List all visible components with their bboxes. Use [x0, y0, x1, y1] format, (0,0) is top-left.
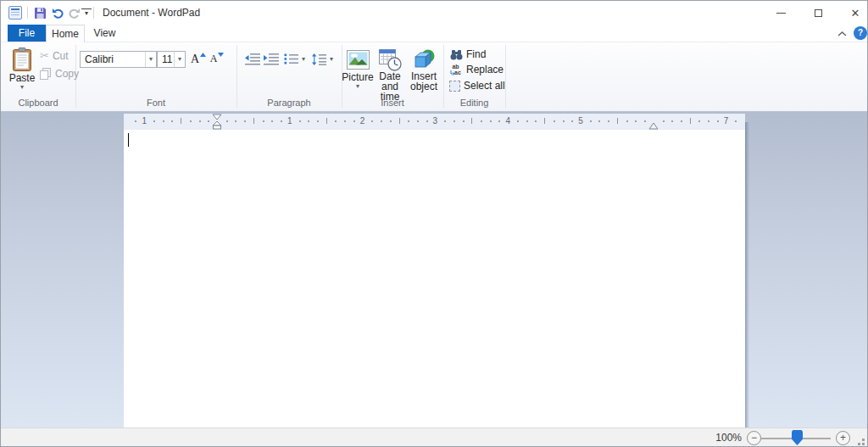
ribbon: Paste ▾ ✂ Cut Copy Clipboard Calibri ▾ 1…: [1, 42, 867, 112]
ruler-tick: [544, 118, 545, 124]
insert-object-button[interactable]: Insert object: [408, 47, 440, 92]
right-indent-marker[interactable]: [648, 122, 659, 130]
undo-icon: [52, 8, 64, 19]
ruler-number: 7: [724, 116, 729, 126]
document-area: 1123457: [1, 112, 867, 427]
minimize-icon: [776, 13, 786, 14]
ruler-tick: [498, 120, 500, 122]
clipboard-group-label: Clipboard: [1, 98, 75, 109]
chevron-up-icon: [837, 31, 847, 36]
ruler-tick: [408, 120, 409, 122]
ruler-tick: [481, 120, 482, 122]
ruler-tick: [735, 120, 737, 122]
editing-group-label: Editing: [443, 98, 505, 109]
help-button[interactable]: ?: [854, 26, 867, 40]
ruler-tick: [471, 118, 472, 124]
bullets-dropdown[interactable]: ▾: [299, 50, 308, 68]
ruler-tick: [235, 120, 236, 122]
ruler-tick: [326, 118, 327, 124]
ruler-number: 4: [505, 116, 510, 126]
cut-button[interactable]: ✂ Cut: [40, 49, 69, 62]
close-icon: ✕: [851, 8, 860, 19]
picture-icon: [347, 47, 370, 71]
clipboard-paste-icon: [12, 47, 32, 72]
ruler-tick: [635, 120, 637, 122]
insert-object-icon: [413, 47, 435, 71]
tab-view[interactable]: View: [85, 25, 125, 42]
grow-font-button[interactable]: A: [190, 50, 207, 68]
date-time-button[interactable]: Date and time: [372, 47, 408, 102]
paragraph-group-label: Paragraph: [236, 98, 342, 109]
customize-qat-dropdown[interactable]: ▾: [81, 8, 92, 19]
picture-dropdown-caret: ▾: [356, 83, 359, 90]
redo-icon: [68, 8, 81, 19]
copy-label: Copy: [55, 68, 79, 80]
close-button[interactable]: ✕: [838, 1, 868, 25]
maximize-icon: [815, 9, 822, 17]
ruler-tick: [526, 120, 528, 122]
resize-grip[interactable]: [862, 443, 865, 445]
minimize-button[interactable]: [764, 1, 798, 25]
resize-grip[interactable]: [858, 443, 860, 445]
resize-grip[interactable]: [862, 439, 865, 441]
copy-button[interactable]: Copy: [40, 68, 79, 80]
ruler-tick: [171, 120, 173, 122]
tab-file[interactable]: File: [8, 25, 46, 42]
left-indent-marker[interactable]: [212, 114, 222, 130]
bullet-list-icon: [284, 53, 298, 64]
ruler-tick: [554, 120, 555, 122]
replace-button[interactable]: ab ac Replace: [448, 64, 504, 75]
paste-button[interactable]: Paste ▾: [6, 47, 38, 91]
ruler-tick: [153, 120, 155, 122]
shrink-font-button[interactable]: A: [209, 50, 225, 68]
copy-icon: [40, 68, 52, 80]
undo-button[interactable]: [49, 4, 66, 21]
ruler-tick: [590, 120, 592, 122]
font-size-caret: ▾: [174, 52, 185, 67]
font-group-label: Font: [75, 98, 236, 109]
ruler-tick: [490, 120, 492, 122]
ruler-tick: [335, 120, 337, 122]
bullets-button[interactable]: [283, 50, 299, 68]
collapse-ribbon-button[interactable]: [833, 27, 850, 40]
line-spacing-dropdown[interactable]: ▾: [327, 50, 336, 68]
wordpad-app-icon[interactable]: [8, 6, 22, 20]
tab-home[interactable]: Home: [46, 25, 85, 42]
zoom-out-button[interactable]: −: [747, 431, 761, 445]
ruler-tick: [390, 120, 392, 122]
decrease-indent-icon: [245, 53, 260, 65]
ruler-tick: [208, 120, 209, 122]
zoom-in-button[interactable]: +: [836, 431, 850, 445]
select-all-button[interactable]: Select all: [449, 80, 505, 92]
increase-indent-button[interactable]: [263, 50, 280, 68]
ruler-tick: [299, 120, 301, 122]
redo-button[interactable]: [65, 4, 82, 21]
ruler-tick: [698, 120, 700, 122]
ruler-tick: [571, 120, 573, 122]
ruler-tick: [535, 120, 537, 122]
font-size-combobox[interactable]: 11 ▾: [157, 51, 186, 68]
find-button[interactable]: Find: [450, 48, 486, 60]
decrease-indent-button[interactable]: [244, 50, 261, 68]
maximize-button[interactable]: [801, 1, 835, 25]
ruler-tick: [453, 120, 455, 122]
document-page[interactable]: [124, 130, 745, 427]
ruler-tick: [644, 120, 646, 122]
replace-label: Replace: [466, 64, 504, 75]
paste-label: Paste: [9, 72, 36, 84]
font-family-combobox[interactable]: Calibri ▾: [80, 51, 157, 68]
replace-icon-top: ab: [452, 64, 459, 70]
ruler-tick: [617, 118, 618, 124]
zoom-slider-thumb[interactable]: [792, 430, 803, 445]
picture-button[interactable]: Picture ▾: [343, 47, 372, 90]
find-binoculars-icon: [450, 49, 463, 60]
save-button[interactable]: [31, 4, 48, 21]
ruler-tick: [371, 120, 373, 122]
ruler-tick: [163, 120, 164, 122]
ruler-tick: [135, 120, 136, 122]
find-label: Find: [466, 48, 486, 60]
zoom-level: 100%: [711, 428, 742, 447]
replace-icon-bottom: ac: [454, 70, 461, 75]
ruler-tick: [626, 120, 628, 122]
line-spacing-button[interactable]: [311, 50, 327, 68]
